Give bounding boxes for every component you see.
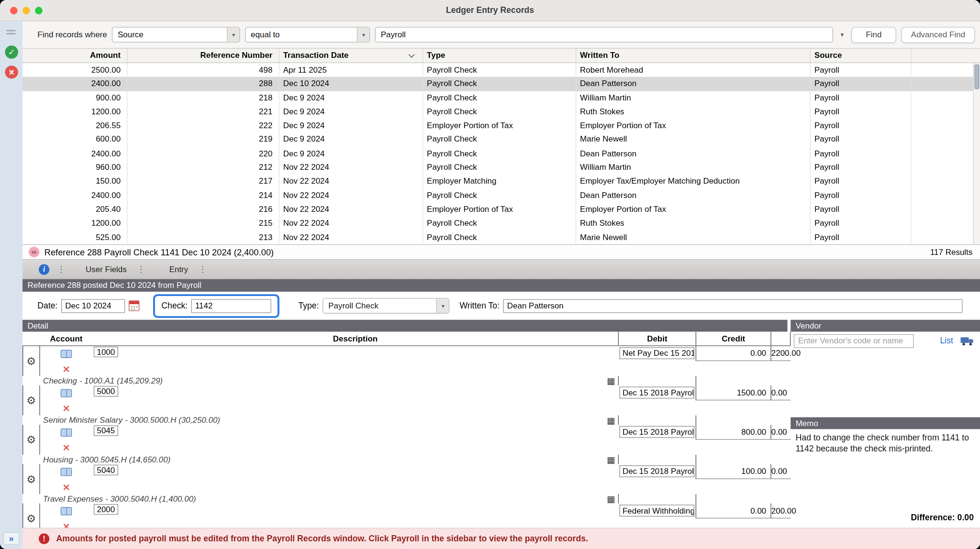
table-row[interactable]: 600.00 219 Dec 9 2024 Payroll Check Mari… <box>22 133 980 147</box>
cell-written-to: Dean Patterson <box>576 188 811 202</box>
calculator-icon[interactable]: ▦ <box>607 376 615 385</box>
account-number-field[interactable]: 5045 <box>94 425 118 436</box>
description-field[interactable]: Federal Withholding Dec 15 2018 <box>619 505 694 516</box>
ledger-book-icon[interactable] <box>40 464 93 479</box>
account-number-field[interactable]: 5000 <box>94 386 118 396</box>
table-row[interactable]: 150.00 217 Nov 22 2024 Employer Matching… <box>22 175 980 188</box>
cell-date: Apr 11 2025 <box>279 63 423 77</box>
cell-date: Nov 22 2024 <box>279 161 423 175</box>
find-value-input[interactable] <box>375 27 833 43</box>
delete-row-icon[interactable]: × <box>40 361 93 376</box>
find-button[interactable]: Find <box>851 27 896 43</box>
debit-cell[interactable]: 800.00 <box>696 425 771 439</box>
vendor-list-link[interactable]: List <box>940 336 953 346</box>
entry-form-row: Date: Check: Type: Payroll Check ▾ Writt… <box>22 292 980 320</box>
row-settings-gear-icon[interactable]: ⚙ <box>22 464 40 494</box>
credit-cell[interactable]: 0.00 <box>770 425 791 439</box>
ledger-book-icon[interactable] <box>40 346 93 361</box>
overflow-dots-icon[interactable]: ⋮ <box>137 264 145 274</box>
vendor-search-input[interactable] <box>794 334 914 348</box>
info-icon[interactable]: i <box>39 264 49 274</box>
find-field-select[interactable]: Source ▾ <box>112 27 240 43</box>
cell-reference: 215 <box>127 216 279 230</box>
advanced-find-button[interactable]: Advanced Find <box>901 27 975 43</box>
date-field[interactable] <box>61 299 125 313</box>
description-field[interactable]: Dec 15 2018 Payroll: Pastor's Salary <box>619 386 694 398</box>
find-operator-select[interactable]: equal to ▾ <box>245 27 370 43</box>
ledger-book-icon[interactable] <box>40 385 93 400</box>
column-header-date[interactable]: Transaction Date <box>279 49 423 63</box>
type-select[interactable]: Payroll Check ▾ <box>323 298 449 314</box>
delete-row-icon[interactable]: × <box>40 400 93 415</box>
delete-row-icon[interactable]: × <box>40 479 93 494</box>
written-to-field[interactable] <box>503 299 963 313</box>
account-detail-text: Checking - 1000.A1 (145,209.29) <box>43 376 163 385</box>
table-row[interactable]: 1200.00 221 Dec 9 2024 Payroll Check Rut… <box>22 105 980 119</box>
credit-cell[interactable]: 0.00 <box>770 464 791 479</box>
ledger-book-icon[interactable] <box>40 425 93 439</box>
overflow-dots-icon[interactable]: ⋮ <box>57 264 66 274</box>
table-row[interactable]: 206.55 222 Dec 9 2024 Employer Portion o… <box>22 119 980 132</box>
difference-value: Difference: 0.00 <box>791 509 980 525</box>
description-field[interactable]: Dec 15 2018 Payroll: Travel <box>619 465 694 477</box>
expand-sidebar-button[interactable]: » <box>3 532 20 545</box>
cell-source: Payroll <box>811 63 911 77</box>
calendar-icon[interactable] <box>129 300 139 311</box>
screen: Ledger Entry Records ✓ × » Find records … <box>0 0 980 549</box>
table-row[interactable]: 900.00 218 Dec 9 2024 Payroll Check Will… <box>22 91 980 105</box>
description-field[interactable]: Net Pay Dec 15 2018 <box>619 347 694 359</box>
omit-record-icon[interactable]: × <box>5 66 18 78</box>
detail-rows: 1000 Net Pay Dec 15 2018 0.00 2200.00 ⚙ … <box>22 346 791 543</box>
check-number-field[interactable] <box>191 299 271 313</box>
table-row[interactable]: 960.00 212 Nov 22 2024 Payroll Check Wil… <box>22 161 980 175</box>
table-row[interactable]: 2400.00 220 Dec 9 2024 Payroll Check Dea… <box>22 147 980 161</box>
cell-reference: 212 <box>127 161 279 175</box>
tab-user-fields[interactable]: User Fields <box>83 264 129 274</box>
account-number-field[interactable]: 2000 <box>94 504 118 515</box>
debit-cell[interactable]: 100.00 <box>696 464 771 479</box>
cell-amount: 205.40 <box>22 202 127 216</box>
row-settings-gear-icon[interactable]: ⚙ <box>22 346 40 376</box>
calculator-icon[interactable]: ▦ <box>607 494 615 503</box>
vendor-truck-icon[interactable] <box>961 336 975 345</box>
table-row[interactable]: 1200.00 215 Nov 22 2024 Payroll Check Ru… <box>22 216 980 230</box>
cell-source: Payroll <box>811 119 911 132</box>
column-header-reference[interactable]: Reference Number <box>127 49 279 63</box>
ledger-book-icon[interactable] <box>40 504 93 518</box>
account-number-field[interactable]: 1000 <box>94 347 118 357</box>
calculator-icon[interactable]: ▦ <box>607 455 615 464</box>
debit-cell[interactable]: 0.00 <box>696 504 771 518</box>
overflow-dots-icon[interactable]: ⋮ <box>198 264 207 274</box>
scrollbar-thumb[interactable] <box>974 65 979 89</box>
drag-handle-icon[interactable] <box>6 30 16 36</box>
date-label: Date: <box>37 301 57 311</box>
table-row[interactable]: 2400.00 214 Nov 22 2024 Payroll Check De… <box>22 188 980 202</box>
column-header-source[interactable]: Source <box>811 49 911 63</box>
column-header-type[interactable]: Type <box>423 49 576 63</box>
debit-cell[interactable]: 0.00 <box>696 346 771 361</box>
memo-text[interactable]: Had to change the check number from 1141… <box>791 429 980 457</box>
cell-source: Payroll <box>811 216 911 230</box>
cell-source: Payroll <box>811 202 911 216</box>
row-settings-gear-icon[interactable]: ⚙ <box>22 425 40 455</box>
debit-cell[interactable]: 1500.00 <box>696 385 771 400</box>
table-row[interactable]: 2400.00 288 Dec 10 2024 Payroll Check De… <box>22 77 980 91</box>
column-header-written-to[interactable]: Written To <box>576 49 811 63</box>
calculator-icon[interactable]: ▦ <box>607 416 615 424</box>
table-row[interactable]: 2500.00 498 Apr 11 2025 Payroll Check Ro… <box>22 63 980 77</box>
include-record-icon[interactable]: ✓ <box>5 45 18 58</box>
credit-cell[interactable]: 0.00 <box>770 385 791 400</box>
cell-source: Payroll <box>811 133 911 147</box>
credit-cell[interactable]: 200.00 <box>770 504 791 518</box>
delete-row-icon[interactable]: × <box>40 440 93 455</box>
column-header-amount[interactable]: Amount <box>22 49 127 63</box>
row-settings-gear-icon[interactable]: ⚙ <box>22 385 40 416</box>
account-number-field[interactable]: 5040 <box>94 465 118 475</box>
table-row[interactable]: 205.40 216 Nov 22 2024 Employer Portion … <box>22 202 980 216</box>
credit-cell[interactable]: 2200.00 <box>770 346 791 361</box>
results-scrollbar[interactable] <box>973 63 980 244</box>
tab-entry[interactable]: Entry <box>167 264 190 274</box>
saved-finds-menu-icon[interactable]: ▾ <box>838 31 846 38</box>
description-field[interactable]: Dec 15 2018 Payroll: Housing <box>619 426 694 438</box>
table-row[interactable]: 525.00 213 Nov 22 2024 Payroll Check Mar… <box>22 230 980 244</box>
